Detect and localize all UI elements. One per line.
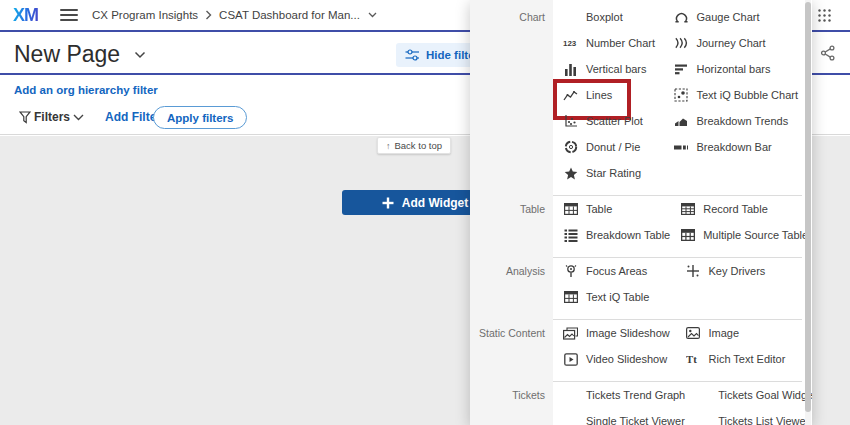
filters-label[interactable]: Filters (34, 110, 70, 124)
app-launcher-grid-icon[interactable] (818, 9, 831, 22)
rich-text-editor-icon: Tt (686, 352, 701, 367)
hamburger-menu-icon[interactable] (60, 9, 78, 21)
widget-menu-item-lines[interactable]: Lines (553, 82, 664, 108)
lines-chart-icon (563, 88, 578, 103)
widget-menu-section-tickets: TicketsTickets Trend GraphTickets Goal W… (470, 382, 812, 425)
menu-item-label: Star Rating (586, 167, 641, 179)
menu-item-label: Scatter Plot (586, 115, 643, 127)
menu-scrollbar[interactable] (805, 0, 811, 425)
widget-menu-item-number-chart[interactable]: 123Number Chart (553, 30, 664, 56)
widget-menu-item-single-ticket-viewer[interactable]: Single Ticket Viewer (553, 408, 685, 425)
widget-menu-item-tickets-trend-graph[interactable]: Tickets Trend Graph (553, 382, 685, 408)
widget-menu-item-image[interactable]: Image (676, 320, 799, 346)
menu-item-label: Vertical bars (586, 63, 647, 75)
widget-menu-item-vertical-bars[interactable]: Vertical bars (553, 56, 664, 82)
widget-menu-section-table: TableTableRecord TableBreakdown TableMul… (470, 196, 812, 248)
chevron-down-icon[interactable] (368, 12, 377, 18)
multiple-source-table-icon (680, 228, 695, 243)
menu-item-label: Gauge Chart (697, 11, 760, 23)
chevron-right-icon (205, 10, 212, 20)
breakdown-bar-icon (674, 140, 689, 155)
menu-category-label: Chart (470, 4, 553, 186)
widget-menu-item-key-drivers[interactable]: Key Drivers (676, 258, 799, 284)
menu-item-label: Record Table (703, 203, 768, 215)
image-icon (686, 326, 701, 341)
no-icon (695, 388, 710, 403)
widget-menu-item-text-iq-bubble-chart[interactable]: Text iQ Bubble Chart (664, 82, 799, 108)
menu-item-label: Horizontal bars (697, 63, 771, 75)
journey-chart-icon (674, 36, 689, 51)
textiq-table-icon (563, 290, 578, 305)
menu-scrollbar-thumb[interactable] (805, 2, 811, 412)
dashboard-app: XM CX Program Insights CSAT Dashboard fo… (0, 0, 850, 425)
widget-menu-item-multiple-source-table[interactable]: Multiple Source Table (670, 222, 808, 248)
menu-item-label: Number Chart (586, 37, 655, 49)
table-icon (563, 202, 578, 217)
widget-menu-item-breakdown-table[interactable]: Breakdown Table (553, 222, 670, 248)
widget-type-menu: ChartBoxplotGauge Chart123Number ChartJo… (470, 0, 812, 425)
widget-menu-item-image-slideshow[interactable]: Image Slideshow (553, 320, 676, 346)
widget-menu-item-journey-chart[interactable]: Journey Chart (664, 30, 799, 56)
menu-item-label: Tickets List Viewer (718, 415, 809, 425)
menu-item-label: Video Slideshow (586, 353, 667, 365)
menu-item-label: Breakdown Bar (697, 141, 772, 153)
gauge-chart-icon (674, 10, 689, 25)
add-org-hierarchy-filter-link[interactable]: Add an org hierarchy filter (14, 84, 158, 96)
widget-menu-item-donut-pie[interactable]: Donut / Pie (553, 134, 664, 160)
widget-menu-item-breakdown-trends[interactable]: Breakdown Trends (664, 108, 799, 134)
xm-logo[interactable]: XM (13, 5, 38, 26)
scatter-plot-icon (563, 114, 578, 129)
no-icon (695, 414, 710, 425)
widget-menu-item-star-rating[interactable]: Star Rating (553, 160, 664, 186)
plus-icon (382, 197, 394, 209)
menu-item-label: Text iQ Table (586, 291, 649, 303)
key-drivers-icon (686, 264, 701, 279)
widget-menu-item-tickets-list-viewer[interactable]: Tickets List Viewer (685, 408, 812, 425)
no-icon (563, 414, 578, 425)
menu-item-label: Journey Chart (697, 37, 766, 49)
page-title-chevron-down-icon[interactable] (134, 51, 146, 59)
sliders-icon (405, 49, 420, 61)
widget-menu-item-boxplot[interactable]: Boxplot (553, 4, 664, 30)
widget-menu-item-horizontal-bars[interactable]: Horizontal bars (664, 56, 799, 82)
funnel-icon (19, 111, 31, 124)
number-chart-icon: 123 (563, 36, 578, 51)
no-icon (563, 388, 578, 403)
menu-category-label: Analysis (470, 258, 553, 310)
svg-text:123: 123 (563, 39, 577, 48)
breadcrumb-program[interactable]: CX Program Insights (92, 9, 198, 21)
breakdown-table-icon (563, 228, 578, 243)
menu-item-label: Breakdown Table (586, 229, 670, 241)
menu-item-label: Donut / Pie (586, 141, 640, 153)
widget-menu-item-rich-text-editor[interactable]: TtRich Text Editor (676, 346, 799, 372)
widget-menu-item-table[interactable]: Table (553, 196, 670, 222)
widget-menu-section-chart: ChartBoxplotGauge Chart123Number ChartJo… (470, 4, 812, 186)
widget-menu-sections: ChartBoxplotGauge Chart123Number ChartJo… (470, 0, 812, 425)
widget-menu-item-gauge-chart[interactable]: Gauge Chart (664, 4, 799, 30)
menu-item-label: Tickets Trend Graph (586, 389, 685, 401)
widget-menu-item-tickets-goal-widget[interactable]: Tickets Goal Widget (685, 382, 812, 408)
widget-menu-item-scatter-plot[interactable]: Scatter Plot (553, 108, 664, 134)
no-icon (563, 10, 578, 25)
menu-category-label: Static Content (470, 320, 553, 372)
menu-item-label: Lines (586, 89, 612, 101)
record-table-icon (680, 202, 695, 217)
menu-item-label: Single Ticket Viewer (586, 415, 685, 425)
widget-menu-item-video-slideshow[interactable]: Video Slideshow (553, 346, 676, 372)
breadcrumb-dashboard[interactable]: CSAT Dashboard for Man... (219, 9, 360, 21)
widget-menu-item-focus-areas[interactable]: Focus Areas (553, 258, 676, 284)
star-rating-icon (563, 166, 578, 181)
widget-menu-item-breakdown-bar[interactable]: Breakdown Bar (664, 134, 799, 160)
breakdown-trends-icon (674, 114, 689, 129)
menu-item-label: Multiple Source Table (703, 229, 808, 241)
share-icon[interactable] (820, 45, 836, 61)
back-to-top-button[interactable]: ↑ Back to top (377, 137, 451, 154)
menu-item-label: Image Slideshow (586, 327, 670, 339)
menu-category-label: Table (470, 196, 553, 248)
widget-menu-item-record-table[interactable]: Record Table (670, 196, 808, 222)
page-title: New Page (14, 41, 120, 68)
video-slideshow-icon (563, 352, 578, 367)
widget-menu-item-text-iq-table[interactable]: Text iQ Table (553, 284, 676, 310)
apply-filters-button[interactable]: Apply filters (153, 106, 247, 129)
filters-chevron-down-icon[interactable] (73, 114, 84, 121)
